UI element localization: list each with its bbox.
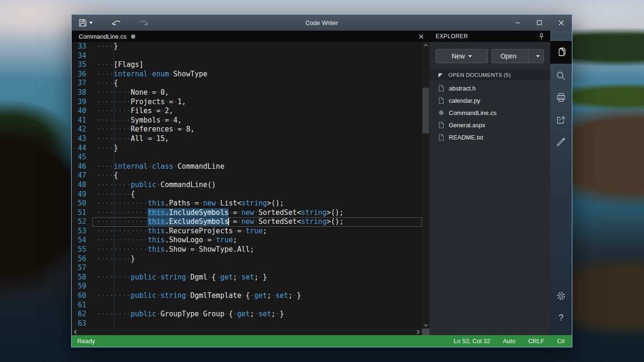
code-line[interactable]: 36····internal·enum·ShowType bbox=[72, 70, 422, 79]
status-language[interactable]: C# bbox=[557, 337, 565, 345]
code-line[interactable]: 45 bbox=[72, 153, 422, 162]
tab-close-button[interactable] bbox=[417, 33, 425, 41]
rail-print-button[interactable] bbox=[550, 87, 572, 108]
rail-settings-button[interactable] bbox=[550, 285, 572, 307]
line-number: 40 bbox=[72, 107, 92, 116]
status-line-ending[interactable]: CRLF bbox=[528, 337, 544, 345]
scroll-left-button[interactable] bbox=[72, 329, 79, 335]
code-line[interactable]: 48········public·CommandLine() bbox=[72, 181, 422, 190]
pin-icon bbox=[538, 33, 545, 40]
file-name: CommandLine.cs bbox=[449, 109, 496, 116]
open-dropdown-button[interactable] bbox=[532, 49, 544, 63]
modified-dot-icon bbox=[131, 34, 135, 39]
redo-button[interactable] bbox=[133, 15, 153, 31]
open-documents-section[interactable]: OPEN DOCUMENTS (5) bbox=[429, 70, 550, 80]
print-icon bbox=[556, 92, 566, 103]
code-line[interactable]: 52············this.ExcludeSymbols·=·new·… bbox=[72, 217, 422, 227]
vertical-scrollbar[interactable] bbox=[422, 42, 429, 329]
edit-icon bbox=[556, 136, 566, 146]
code-line[interactable]: 37····{ bbox=[72, 79, 422, 88]
undo-button[interactable] bbox=[107, 15, 127, 31]
code-line[interactable]: 38········None·=·0, bbox=[72, 88, 422, 98]
rail-documents-button[interactable] bbox=[550, 41, 572, 63]
code-line[interactable]: 55············this.Show·=·ShowType.All; bbox=[72, 245, 422, 255]
line-number: 42 bbox=[72, 125, 92, 134]
code-line[interactable]: 46····internal·class·CommandLine bbox=[72, 162, 422, 172]
close-icon bbox=[419, 34, 424, 39]
close-icon bbox=[558, 20, 564, 26]
explorer-title: EXPLORER bbox=[436, 33, 468, 40]
code-line[interactable]: 44····} bbox=[72, 144, 422, 153]
code-line[interactable]: 49········{ bbox=[72, 190, 422, 199]
rail-edit-button[interactable] bbox=[550, 130, 572, 152]
code-line[interactable]: 62········public·GroupType·Group·{·get;·… bbox=[72, 310, 422, 319]
new-button-label: New bbox=[452, 52, 465, 60]
line-number: 46 bbox=[72, 162, 92, 172]
line-number: 48 bbox=[72, 181, 92, 190]
close-button[interactable] bbox=[550, 15, 572, 31]
save-button[interactable] bbox=[74, 15, 97, 31]
code-line[interactable]: 43········All·=·15, bbox=[72, 134, 422, 144]
code-line[interactable]: 47····{ bbox=[72, 171, 422, 181]
code-line[interactable]: 34 bbox=[72, 51, 422, 61]
status-encoding[interactable]: Auto bbox=[503, 337, 516, 345]
line-number: 35 bbox=[72, 60, 92, 70]
file-item-calendar-py[interactable]: calendar.py bbox=[429, 94, 550, 107]
settings-icon bbox=[555, 290, 567, 302]
scroll-up-button[interactable] bbox=[422, 42, 429, 49]
code-line[interactable]: 60········public·string·DgmlTemplate·{·g… bbox=[72, 291, 422, 301]
file-item-commandline-cs[interactable]: CommandLine.cs bbox=[429, 107, 550, 119]
vertical-scroll-thumb[interactable] bbox=[422, 88, 429, 133]
code-line[interactable]: 57 bbox=[72, 263, 422, 273]
code-line[interactable]: 33····} bbox=[72, 42, 422, 51]
code-line[interactable]: 54············this.ShowLogo·=·true; bbox=[72, 236, 422, 245]
open-button[interactable]: Open bbox=[492, 49, 525, 63]
tab-commandline-cs[interactable]: CommandLine.cs bbox=[72, 31, 140, 42]
line-number: 43 bbox=[72, 134, 92, 144]
document-icon bbox=[438, 134, 444, 141]
rail-search-button[interactable] bbox=[550, 65, 572, 87]
chevron-down-icon bbox=[536, 55, 540, 58]
code-line[interactable]: 42········References·=·8, bbox=[72, 125, 422, 134]
maximize-button[interactable] bbox=[528, 15, 550, 31]
code-line[interactable]: 53············this.RecurseProjects·=·tru… bbox=[72, 227, 422, 236]
code-lines: 33····}3435····[Flags]36····internal·enu… bbox=[72, 42, 422, 329]
file-name: General.aspx bbox=[449, 122, 485, 129]
pin-button[interactable] bbox=[537, 32, 545, 41]
code-line[interactable]: 39········Projects·=·1, bbox=[72, 98, 422, 107]
tab-label: CommandLine.cs bbox=[79, 33, 126, 40]
file-name: README.txt bbox=[449, 134, 483, 141]
code-line[interactable]: 58········public·string·Dgml·{·get;·set;… bbox=[72, 273, 422, 282]
file-item-readme-txt[interactable]: README.txt bbox=[429, 131, 550, 143]
code-line[interactable]: 59 bbox=[72, 282, 422, 291]
modified-dot-icon bbox=[438, 110, 444, 115]
file-item-abstract-h[interactable]: abstract.h bbox=[429, 82, 550, 94]
file-name: calendar.py bbox=[449, 97, 480, 104]
code-editor[interactable]: 33····}3435····[Flags]36····internal·enu… bbox=[72, 42, 429, 329]
code-line[interactable]: 61 bbox=[72, 301, 422, 310]
horizontal-scrollbar[interactable] bbox=[72, 329, 429, 335]
code-line[interactable]: 63 bbox=[72, 319, 422, 329]
scroll-right-button[interactable] bbox=[414, 329, 422, 335]
scroll-down-button[interactable] bbox=[422, 322, 429, 329]
line-number: 63 bbox=[72, 319, 92, 329]
open-documents-list: abstract.hcalendar.pyCommandLine.csGener… bbox=[429, 80, 550, 143]
tabbar: CommandLine.cs bbox=[72, 31, 429, 42]
rail-help-button[interactable]: ? bbox=[550, 307, 572, 329]
file-item-general-aspx[interactable]: General.aspx bbox=[429, 119, 550, 131]
section-title: OPEN DOCUMENTS (5) bbox=[448, 72, 511, 78]
code-line[interactable]: 40········Files·=·2, bbox=[72, 107, 422, 116]
code-line[interactable]: 50············this.Paths·=·new·List<stri… bbox=[72, 199, 422, 208]
status-cursor-position[interactable]: Ln 52, Col 32 bbox=[454, 337, 490, 345]
code-line[interactable]: 35····[Flags] bbox=[72, 60, 422, 70]
line-number: 51 bbox=[72, 208, 92, 218]
line-number: 41 bbox=[72, 116, 92, 125]
new-button[interactable]: New bbox=[436, 49, 488, 63]
code-line[interactable]: 41········Symbols·=·4, bbox=[72, 116, 422, 125]
status-ready: Ready bbox=[77, 337, 95, 345]
search-icon bbox=[556, 71, 566, 81]
code-line[interactable]: 56········} bbox=[72, 255, 422, 264]
rail-share-button[interactable] bbox=[550, 108, 572, 130]
code-line[interactable]: 51············this.IncludeSymbols·=·new·… bbox=[72, 208, 422, 218]
minimize-button[interactable] bbox=[507, 15, 528, 31]
